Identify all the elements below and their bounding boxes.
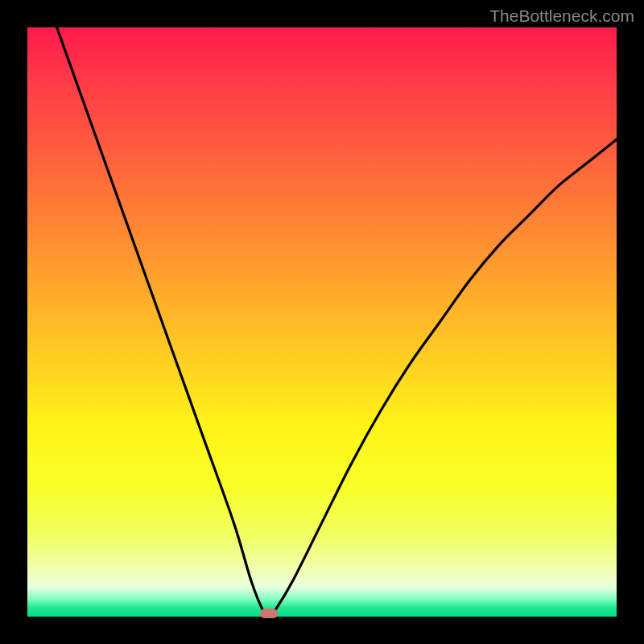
plot-area bbox=[27, 27, 617, 617]
bottleneck-curve-path bbox=[57, 27, 617, 617]
curve-svg bbox=[27, 27, 617, 617]
watermark-text: TheBottleneck.com bbox=[489, 6, 634, 26]
minimum-marker bbox=[260, 609, 278, 618]
chart-frame: TheBottleneck.com bbox=[0, 0, 644, 644]
